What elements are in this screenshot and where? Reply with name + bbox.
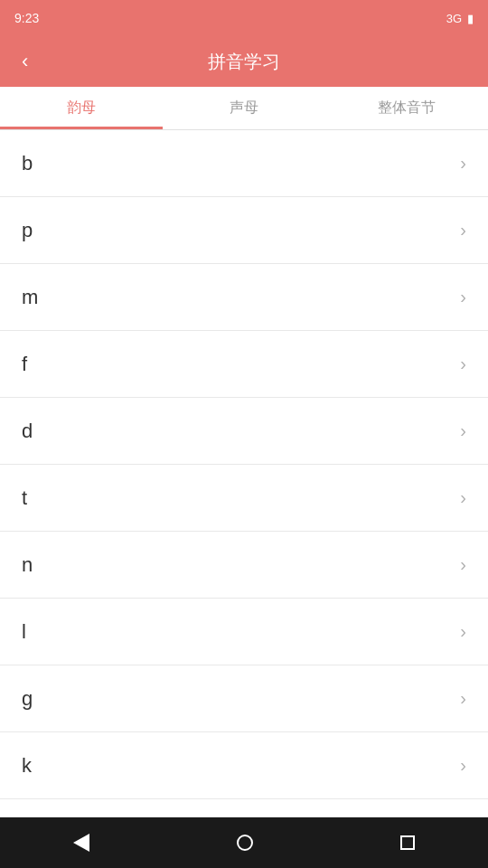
list-item-label: d [22,420,33,443]
list-item[interactable]: m › [0,264,488,331]
tab-shengmu-label: 声母 [230,99,258,118]
list-item[interactable]: k › [0,732,488,799]
chevron-right-icon: › [460,487,466,508]
bottom-nav [0,817,488,868]
tab-zhengtiyin[interactable]: 整体音节 [325,87,488,129]
tab-bar: 韵母 声母 整体音节 [0,87,488,130]
chevron-right-icon: › [460,688,466,709]
tab-yunmu-label: 韵母 [67,99,96,118]
status-icons: 3G ▮ [446,12,474,25]
chevron-right-icon: › [460,621,466,642]
chevron-right-icon: › [460,554,466,575]
tab-zhengtiyin-label: 整体音节 [378,99,436,118]
chevron-right-icon: › [460,420,466,441]
status-time: 9:23 [14,11,39,25]
home-circle-icon [237,835,253,851]
status-bar: 9:23 3G ▮ [0,0,488,36]
list-item-label: m [22,286,38,309]
back-button[interactable]: ‹ [14,46,35,77]
list-item[interactable]: g › [0,665,488,732]
tab-yunmu[interactable]: 韵母 [0,87,163,129]
chevron-right-icon: › [460,755,466,776]
list: b › p › m › f › d › t › n › l › g › k › [0,130,488,799]
list-item-label: n [22,553,33,577]
nav-back-button[interactable] [52,826,111,859]
recent-square-icon [400,835,415,850]
chevron-right-icon: › [460,220,466,241]
list-item[interactable]: t › [0,465,488,532]
header-title: 拼音学习 [208,50,280,74]
chevron-right-icon: › [460,287,466,307]
signal-text: 3G [446,12,462,25]
header: ‹ 拼音学习 [0,36,488,87]
list-item-label: t [22,486,27,510]
list-item[interactable]: d › [0,398,488,465]
list-item-label: g [22,687,33,711]
list-item[interactable]: b › [0,130,488,197]
list-item-label: p [22,219,33,242]
list-item[interactable]: n › [0,532,488,599]
chevron-right-icon: › [460,153,466,174]
chevron-right-icon: › [460,354,466,374]
nav-recent-button[interactable] [379,828,436,857]
list-item[interactable]: f › [0,331,488,398]
list-item-label: l [22,620,26,644]
battery-icon: ▮ [467,12,474,25]
nav-home-button[interactable] [215,827,275,858]
list-item[interactable]: p › [0,197,488,264]
tab-shengmu[interactable]: 声母 [163,87,325,129]
list-item-label: b [22,152,33,175]
back-triangle-icon [73,834,89,852]
list-item[interactable]: l › [0,599,488,665]
list-item-label: k [22,754,32,778]
list-item-label: f [22,353,27,376]
